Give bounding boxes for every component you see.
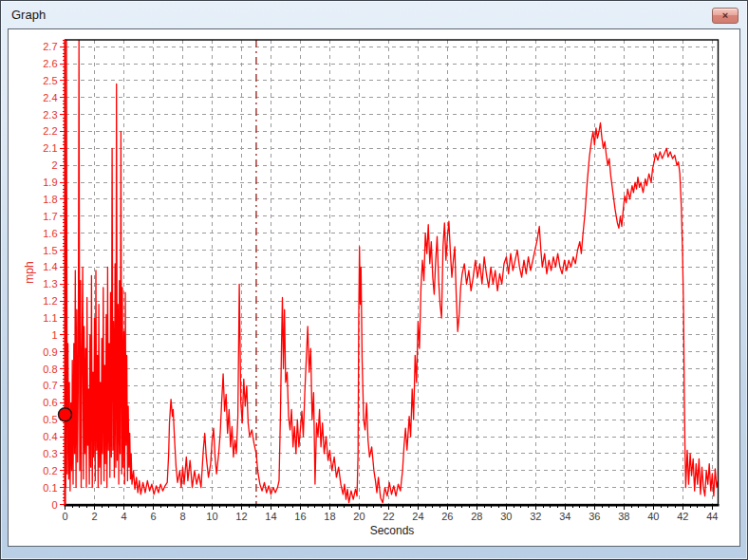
- svg-text:2: 2: [51, 159, 57, 171]
- svg-text:2.5: 2.5: [43, 75, 57, 86]
- svg-text:36: 36: [589, 511, 600, 522]
- svg-text:2.3: 2.3: [43, 109, 57, 121]
- svg-text:1.1: 1.1: [43, 312, 57, 324]
- svg-text:1.6: 1.6: [43, 228, 57, 239]
- svg-text:1.3: 1.3: [43, 278, 57, 289]
- svg-text:12: 12: [235, 511, 247, 522]
- svg-text:2.4: 2.4: [43, 92, 57, 103]
- x-tick-labels: 0246810121416182022242628303234363840424…: [62, 511, 718, 522]
- svg-text:1: 1: [51, 329, 57, 341]
- svg-text:1.5: 1.5: [43, 245, 57, 256]
- gridlines: [65, 40, 719, 505]
- y-axis-label: mph: [23, 261, 36, 283]
- svg-text:30: 30: [500, 511, 512, 522]
- svg-text:18: 18: [324, 511, 335, 522]
- graph-window: Graph × 02468101214161820222426283032343…: [0, 0, 748, 560]
- plot-frame: [65, 40, 719, 505]
- svg-text:28: 28: [471, 511, 482, 522]
- chart-client-area: 0246810121416182022242628303234363840424…: [8, 28, 740, 547]
- window-title: Graph: [11, 8, 46, 22]
- svg-text:2.7: 2.7: [43, 41, 57, 52]
- svg-text:14: 14: [265, 511, 276, 522]
- svg-text:0: 0: [51, 499, 57, 511]
- svg-text:0: 0: [62, 511, 67, 522]
- svg-text:22: 22: [383, 511, 394, 522]
- svg-text:0.4: 0.4: [43, 431, 57, 442]
- svg-text:8: 8: [179, 511, 185, 522]
- svg-text:1.8: 1.8: [43, 194, 57, 205]
- svg-text:2.6: 2.6: [43, 58, 57, 69]
- svg-text:1.9: 1.9: [43, 177, 57, 188]
- svg-text:0.3: 0.3: [43, 448, 57, 459]
- svg-text:4: 4: [121, 511, 126, 522]
- svg-text:34: 34: [559, 511, 570, 522]
- svg-text:24: 24: [412, 511, 423, 522]
- title-bar[interactable]: Graph ×: [1, 1, 747, 28]
- svg-text:1.7: 1.7: [43, 211, 57, 222]
- svg-text:26: 26: [441, 511, 453, 522]
- svg-text:2.2: 2.2: [43, 125, 57, 137]
- graph-canvas[interactable]: 0246810121416182022242628303234363840424…: [9, 29, 739, 546]
- svg-text:0.7: 0.7: [43, 380, 57, 391]
- svg-text:32: 32: [530, 511, 541, 522]
- svg-text:38: 38: [618, 511, 629, 522]
- chart-generated-content: 0246810121416182022242628303234363840424…: [43, 38, 720, 522]
- svg-text:0.6: 0.6: [43, 397, 57, 408]
- svg-text:44: 44: [706, 511, 718, 522]
- series-line: [65, 38, 720, 503]
- svg-text:1.2: 1.2: [43, 295, 57, 307]
- start-marker[interactable]: [59, 408, 72, 421]
- close-button[interactable]: ×: [712, 8, 739, 24]
- svg-text:0.1: 0.1: [43, 482, 57, 494]
- svg-text:2: 2: [91, 511, 97, 522]
- svg-text:0.9: 0.9: [43, 346, 57, 358]
- svg-text:16: 16: [294, 511, 306, 522]
- svg-text:0.8: 0.8: [43, 364, 57, 375]
- svg-text:42: 42: [677, 511, 688, 522]
- svg-text:10: 10: [206, 511, 217, 522]
- svg-text:40: 40: [647, 511, 659, 522]
- svg-text:0.2: 0.2: [43, 465, 57, 476]
- svg-text:20: 20: [353, 511, 365, 522]
- svg-text:2.1: 2.1: [43, 142, 57, 154]
- svg-text:1.4: 1.4: [43, 261, 57, 272]
- close-icon: ×: [722, 9, 728, 21]
- y-tick-labels: 00.10.20.30.40.50.60.70.80.911.11.21.31.…: [43, 41, 57, 510]
- svg-text:0.5: 0.5: [43, 414, 57, 425]
- x-axis-label: Seconds: [370, 524, 415, 537]
- svg-text:6: 6: [150, 511, 156, 522]
